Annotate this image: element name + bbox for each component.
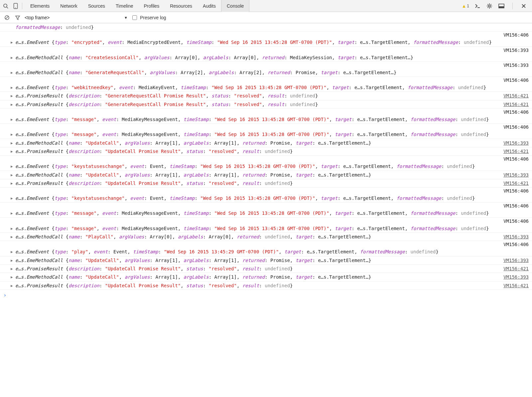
log-key: argLabels — [184, 140, 209, 146]
log-object-name: e…s.EmeEvent — [15, 164, 52, 169]
log-entry: ▶VM156:421e…s.PromiseResult {description… — [0, 100, 532, 109]
disclosure-triangle-icon[interactable]: ▶ — [11, 164, 13, 169]
log-entry: ▶VM156:421e…s.PromiseResult {description… — [0, 282, 532, 290]
log-entry: ▶e…s.EmeEvent {type: "webkitneedkey", ev… — [0, 83, 532, 92]
clear-console-icon[interactable] — [3, 14, 11, 21]
source-link[interactable]: VM156:393 — [503, 257, 529, 264]
source-link[interactable]: VM156:406 — [503, 203, 529, 208]
disclosure-triangle-icon[interactable]: ▶ — [11, 258, 13, 263]
source-link[interactable]: VM156:406 — [503, 77, 529, 83]
disclosure-triangle-icon[interactable]: ▶ — [11, 102, 13, 107]
warning-count[interactable]: ▲ 1 — [462, 3, 469, 9]
svg-rect-15 — [499, 6, 504, 8]
tab-timeline[interactable]: Timeline — [110, 0, 138, 12]
source-link[interactable]: VM156:393 — [503, 63, 529, 68]
disclosure-triangle-icon[interactable]: ▶ — [11, 226, 13, 231]
device-icon[interactable] — [12, 2, 19, 10]
preserve-log-input[interactable] — [132, 15, 137, 20]
log-key: argValues — [125, 274, 150, 280]
tab-network[interactable]: Network — [55, 0, 82, 12]
disclosure-triangle-icon[interactable]: ▶ — [11, 93, 13, 99]
disclosure-triangle-icon[interactable]: ▶ — [11, 40, 13, 45]
tab-sources[interactable]: Sources — [83, 0, 110, 12]
log-value: MediaEncryptedEvent — [127, 40, 181, 45]
log-key: timeStamp — [181, 85, 206, 90]
log-value: Promise — [296, 70, 315, 75]
source-link[interactable]: VM156:406 — [503, 109, 529, 115]
log-object-name: e…s.PromiseResult — [15, 181, 66, 186]
log-value: e…s.TargetElement… — [318, 274, 368, 280]
svg-line-19 — [6, 16, 8, 19]
disclosure-triangle-icon[interactable]: ▶ — [11, 55, 13, 61]
source-link[interactable]: VM156:406 — [503, 156, 529, 162]
search-icon[interactable] — [2, 2, 9, 10]
disclosure-triangle-icon[interactable]: ▶ — [11, 141, 13, 146]
disclosure-triangle-icon[interactable]: ▶ — [11, 275, 13, 280]
source-link[interactable]: VM156:393 — [503, 172, 529, 178]
source-link[interactable]: VM156:406 — [503, 188, 529, 194]
disclosure-triangle-icon[interactable]: ▶ — [11, 266, 13, 272]
log-entry: ▶e…s.EmeMethodCall {name: "CreateSession… — [0, 54, 532, 62]
source-link[interactable]: VM156:421 — [503, 282, 529, 289]
tab-console[interactable]: Console — [221, 0, 249, 12]
log-object-name: e…s.EmeMethodCall — [15, 274, 66, 280]
source-link[interactable]: VM156:406 — [503, 218, 529, 224]
log-key: returned — [237, 234, 259, 239]
preserve-log-checkbox[interactable]: Preserve log — [131, 14, 166, 21]
disclosure-triangle-icon[interactable]: ▶ — [11, 283, 13, 289]
disclosure-triangle-icon[interactable]: ▶ — [11, 149, 13, 154]
tab-elements[interactable]: Elements — [25, 0, 55, 12]
disclosure-triangle-icon[interactable]: ▶ — [11, 249, 13, 255]
tab-profiles[interactable]: Profiles — [138, 0, 165, 12]
log-object-name: e…s.EmeEvent — [15, 40, 52, 45]
disclosure-triangle-icon[interactable]: ▶ — [11, 181, 13, 186]
log-key: event — [108, 40, 122, 45]
disclosure-triangle-icon[interactable]: ▶ — [11, 234, 13, 240]
log-value: "Wed Sep 16 2015 13:45:29 GMT-0700 (PDT)… — [164, 249, 279, 254]
execution-context-select[interactable]: <top frame> ▼ — [25, 15, 128, 20]
log-key: description — [68, 149, 99, 154]
log-key: formattedMessage — [408, 85, 453, 90]
log-key: timeStamp — [184, 132, 209, 137]
source-link[interactable]: VM156:393 — [503, 140, 529, 146]
disclosure-triangle-icon[interactable]: ▶ — [11, 196, 13, 201]
source-link[interactable]: VM156:406 — [503, 32, 529, 38]
svg-marker-20 — [16, 16, 20, 20]
log-value: "Wed Sep 16 2015 13:45:28 GMT-0700 (PDT)… — [200, 196, 315, 201]
console-subbar: <top frame> ▼ Preserve log — [0, 12, 532, 23]
tab-audits[interactable]: Audits — [198, 0, 221, 12]
disclosure-triangle-icon[interactable]: ▶ — [11, 132, 13, 137]
disclosure-triangle-icon[interactable]: ▶ — [11, 70, 13, 75]
log-object-name: e…s.EmeEvent — [15, 196, 52, 201]
source-link[interactable]: VM156:421 — [503, 92, 529, 99]
source-link[interactable]: VM156:393 — [503, 48, 529, 53]
log-value: undefined — [461, 132, 486, 137]
log-key: formattedMessage — [396, 196, 441, 201]
source-link[interactable]: VM156:393 — [503, 274, 529, 280]
close-icon[interactable] — [520, 2, 527, 10]
log-key: event — [130, 196, 144, 201]
log-key: argLabels — [178, 234, 203, 239]
source-link[interactable]: VM156:393 — [503, 233, 529, 240]
log-value: e…s.TargetElement… — [318, 172, 368, 178]
svg-point-5 — [488, 5, 490, 7]
disclosure-triangle-icon[interactable]: ▶ — [11, 173, 13, 178]
source-link[interactable]: VM156:421 — [503, 101, 529, 108]
disclosure-triangle-icon[interactable]: ▶ — [11, 117, 13, 122]
filter-icon[interactable] — [14, 14, 21, 21]
disclosure-triangle-icon[interactable]: ▶ — [11, 85, 13, 90]
console-prompt[interactable]: › — [0, 290, 532, 300]
log-key: formattedMessage — [411, 210, 456, 216]
source-link[interactable]: VM156:406 — [503, 242, 529, 247]
console-prompt-icon[interactable] — [474, 2, 481, 10]
log-value: MediaKeyMessageEvent — [122, 210, 178, 216]
source-link[interactable]: VM156:421 — [503, 265, 529, 272]
source-link[interactable]: VM156:421 — [503, 180, 529, 187]
tab-resources[interactable]: Resources — [165, 0, 198, 12]
disclosure-triangle-icon[interactable]: ▶ — [11, 211, 13, 216]
log-entry: ▶VM156:421e…s.PromiseResult {description… — [0, 92, 532, 100]
source-link[interactable]: VM156:406 — [503, 124, 529, 130]
gear-icon[interactable] — [486, 2, 493, 10]
dock-icon[interactable] — [498, 2, 505, 10]
source-link[interactable]: VM156:421 — [503, 148, 529, 155]
